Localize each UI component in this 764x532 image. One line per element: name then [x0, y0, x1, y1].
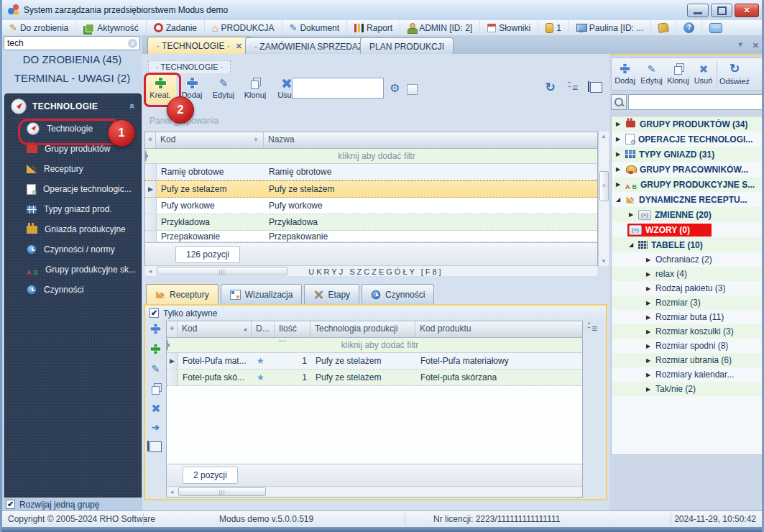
expand-icon[interactable]: ▶ — [615, 136, 622, 142]
expand-icon[interactable]: ▶ — [615, 181, 622, 188]
go-to-button[interactable]: ➔ — [152, 423, 160, 432]
search-options-checkbox[interactable] — [407, 84, 418, 95]
fit-width-icon[interactable] — [590, 82, 602, 93]
tree-odswiez-button[interactable]: ↻Odśwież — [719, 60, 750, 88]
tree-search-input[interactable] — [628, 94, 763, 110]
column-technologia[interactable]: Technologia produkcji — [310, 321, 415, 337]
expand-icon[interactable]: ▶ — [645, 329, 652, 335]
tree-item-grupy-produktow[interactable]: ▶GRUPY PRODUKTÓW (34) — [612, 116, 764, 132]
tree-item-grupy-produkcyjne[interactable]: ▶GRUPY PRODUKCYJNE S... — [612, 177, 764, 192]
table-row[interactable]: PrzykładowaPrzykładowa — [145, 214, 597, 231]
filter-row[interactable]: kliknij aby dodać filtr — [167, 338, 582, 353]
close-button[interactable]: ✕ — [735, 4, 759, 17]
menu-dokument[interactable]: ✎Dokument — [282, 20, 348, 35]
scrollbar-thumb[interactable]: ||| — [178, 487, 266, 496]
vertical-scrollbar[interactable]: ▲ ≡ ▼ — [598, 132, 609, 266]
tab-plan-produkcji[interactable]: PLAN PRODUKCJI — [360, 37, 454, 55]
sidebar-search-input[interactable] — [4, 38, 128, 48]
add-button[interactable] — [151, 324, 161, 334]
tree-usun-button[interactable]: Usuń — [691, 60, 715, 88]
sidebar-item-czynnosci-normy[interactable]: Czynności / normy — [5, 239, 141, 260]
minimize-button[interactable] — [687, 4, 709, 17]
tree-item-relax[interactable]: ▶relax (4) — [612, 267, 764, 281]
tab-receptury[interactable]: Receptury — [146, 284, 218, 304]
expand-icon[interactable]: ▶ — [645, 271, 652, 278]
tree-item-tabele[interactable]: ◢TABELE (10) — [612, 237, 764, 252]
tree-item-rozmiar-ubrania[interactable]: ▶Rozmiar ubrania (6) — [612, 353, 764, 367]
search-button[interactable] — [611, 94, 627, 110]
collapse-icon[interactable]: ◢ — [627, 242, 635, 248]
table-row-selected[interactable]: ▶Pufy ze stelażemPufy ze stelażem — [145, 180, 597, 198]
menu-slowniki[interactable]: Słowniki — [480, 20, 538, 35]
terminal-header[interactable]: TERMINAL - UWAGI (2) — [2, 72, 142, 84]
tree-item-wzory[interactable]: (×)WZORY (0) — [612, 222, 764, 237]
clone-button[interactable] — [152, 385, 160, 394]
expand-icon[interactable]: ▶ — [645, 372, 652, 378]
delete-button[interactable] — [149, 403, 162, 415]
maximize-button[interactable] — [711, 4, 732, 17]
expand-icon[interactable]: ▶ — [645, 314, 652, 321]
collapse-icon[interactable]: ◢ — [615, 196, 622, 203]
menu-do-zrobienia[interactable]: ✎Do zrobienia — [2, 20, 76, 35]
expand-icon[interactable]: ▶ — [615, 151, 622, 157]
tab-etapy[interactable]: Etapy — [304, 284, 359, 304]
expand-icon[interactable]: ▶ — [645, 343, 652, 349]
sidebar-group-header[interactable]: TECHNOLOGIE « — [5, 94, 141, 119]
tree-item-grupy-pracownikow[interactable]: ▶GRUPY PRACOWNIKÓW... — [612, 162, 764, 177]
horizontal-scrollbar[interactable]: ◂ ||| — [167, 486, 582, 497]
expand-icon[interactable]: ▶ — [615, 166, 622, 173]
gear-icon[interactable]: ⚙ — [390, 83, 400, 94]
tree-item-tak-nie[interactable]: ▶Tak/nie (2) — [612, 382, 764, 396]
tree-klonuj-button[interactable]: Klonuj — [665, 60, 691, 88]
sidebar-item-grupy-produkcyjne[interactable]: Grupy produkcyjne sk... — [5, 260, 141, 280]
menu-admin[interactable]: ADMIN [ID: 2] — [400, 20, 480, 35]
sidebar-item-gniazda-produkcyjne[interactable]: Gniazda produkcyjne — [5, 219, 141, 239]
tab-czynnosci[interactable]: Czynności — [362, 284, 434, 304]
tab-technologie[interactable]: · TECHNOLOGIE ·✕ — [147, 37, 252, 55]
hide-details-splitter[interactable]: UKRYJ SZCZEGÓŁY [F8] — [142, 267, 609, 276]
table-row[interactable]: PrzepakowaniePrzepakowanie — [145, 231, 597, 242]
menu-station-paulina[interactable]: Paulina [ID: ... — [569, 20, 651, 35]
menu-theme[interactable] — [651, 20, 676, 35]
tree-item-zmienne[interactable]: ▶(×)ZMIENNE (20) — [612, 207, 764, 222]
column-ilosc[interactable]: Ilość ... — [275, 321, 310, 337]
expand-icon[interactable]: ▶ — [645, 300, 652, 306]
expand-icon[interactable]: ▶ — [645, 386, 652, 393]
menu-aktywnosc[interactable]: Aktywność — [76, 20, 146, 35]
tree-dodaj-button[interactable]: Dodaj — [612, 60, 638, 88]
table-row[interactable]: Fotel-pufa skó... ★ 1 Pufy ze stelażem F… — [167, 370, 582, 386]
filter-dropdown-icon[interactable]: ▼ — [253, 137, 259, 143]
menu-help[interactable]: ? — [676, 20, 702, 35]
menu-raport[interactable]: Raport — [347, 20, 400, 35]
expand-icon[interactable]: ▶ — [645, 357, 652, 364]
tabstrip-dropdown-icon[interactable]: ▼ — [737, 41, 744, 50]
tree-item-operacje[interactable]: ▶OPERACJE TECHNOLOGI... — [612, 132, 764, 147]
only-active-checkbox[interactable]: ✔ — [149, 308, 159, 318]
tree-item-rodzaj-pakietu[interactable]: ▶Rodzaj pakietu (3) — [612, 281, 764, 295]
collapse-group-icon[interactable]: « — [127, 104, 138, 109]
column-kod-produktu[interactable]: Kod produktu — [415, 321, 582, 337]
edit-button[interactable]: ✎ — [152, 364, 160, 374]
todo-header[interactable]: DO ZROBIENIA (45) — [2, 53, 142, 65]
column-kod[interactable]: Kod▼ — [156, 132, 264, 148]
sidebar-item-typy-gniazd[interactable]: Typy gniazd prod. — [5, 199, 141, 219]
expand-icon[interactable]: ▶ — [645, 285, 652, 292]
sidebar-item-czynnosci[interactable]: Czynności — [5, 280, 141, 300]
table-row[interactable]: Ramię obrotoweRamię obrotowe — [145, 164, 597, 180]
tree-item-rozmiary-kalendarza[interactable]: ▶Rozmiary kalendar... — [612, 367, 764, 382]
tree-item-typy-gniazd[interactable]: ▶TYPY GNIAZD (31) — [612, 147, 764, 162]
expand-one-group-checkbox[interactable]: ✔ — [6, 500, 15, 509]
grid-search-input[interactable] — [293, 78, 383, 98]
column-kod[interactable]: Kod▲ — [178, 321, 252, 337]
scroll-up-icon[interactable]: ▲ — [599, 133, 609, 139]
menu-produkcja[interactable]: ⌂PRODUKCJA — [205, 20, 282, 35]
expand-icon[interactable]: ▶ — [645, 257, 652, 263]
scroll-left-icon[interactable]: ◂ — [167, 487, 177, 497]
table-row[interactable]: ▶ Fotel-Pufa mat... ★ 1 Pufy ze stelażem… — [167, 353, 582, 370]
clear-search-icon[interactable]: x — [128, 39, 137, 48]
menu-messages[interactable]: ··· — [702, 20, 730, 35]
tab-wizualizacja[interactable]: Wizualizacja — [221, 284, 303, 304]
filter-row[interactable]: kliknij aby dodać filtr — [145, 149, 597, 164]
scrollbar-thumb[interactable]: ≡ — [599, 171, 609, 201]
edytuj-button[interactable]: ✎Edytuj — [208, 73, 239, 104]
